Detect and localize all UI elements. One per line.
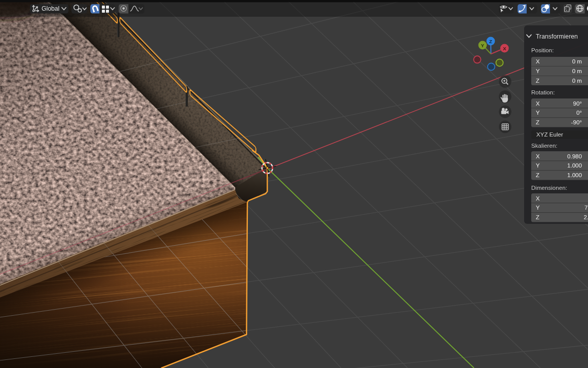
svg-text:0.980: 0.980 [567,153,582,159]
svg-text:Y: Y [481,43,485,48]
svg-text:Transformieren: Transformieren [536,33,578,40]
svg-text:0 m: 0 m [572,77,582,84]
svg-text:Z: Z [536,77,539,84]
svg-text:1.000: 1.000 [567,172,582,178]
svg-text:Y: Y [536,68,540,74]
svg-text:0 m: 0 m [572,68,582,74]
svg-text:Z: Z [536,172,539,178]
svg-text:X: X [536,153,540,159]
svg-text:X: X [536,195,540,202]
svg-text:Dimensionen:: Dimensionen: [531,184,567,191]
svg-text:Global: Global [42,5,59,12]
svg-text:-90°: -90° [571,119,582,125]
svg-text:X: X [536,100,540,107]
svg-text:Rotation:: Rotation: [531,89,555,95]
svg-text:Skalieren:: Skalieren: [531,142,558,149]
svg-text:X: X [536,58,540,64]
svg-text:X: X [503,46,506,51]
svg-text:Position:: Position: [531,47,554,53]
svg-text:Y: Y [536,109,540,116]
svg-text:Z: Z [536,119,539,125]
svg-text:Y: Y [536,162,540,169]
svg-text:Z: Z [536,214,539,220]
svg-text:90°: 90° [573,100,582,107]
svg-text:7.4: 7.4 [584,204,588,211]
svg-text:0 m: 0 m [572,58,582,64]
svg-text:1.000: 1.000 [567,162,582,169]
svg-text:Y: Y [536,204,540,211]
svg-text:0°: 0° [576,109,582,116]
svg-text:Z: Z [489,39,492,44]
svg-text:XYZ Euler: XYZ Euler [536,131,563,138]
svg-text:2.7: 2.7 [584,214,588,220]
